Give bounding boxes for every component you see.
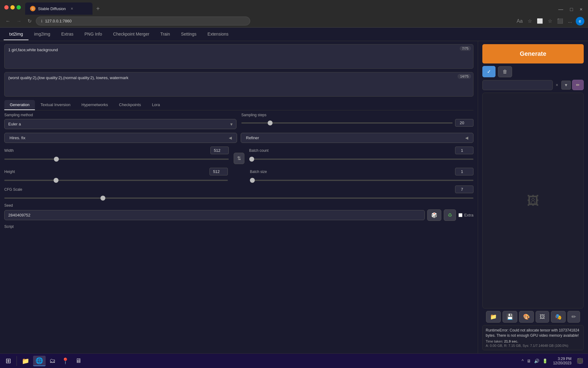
tab-png-info[interactable]: PNG Info [79, 29, 108, 40]
window-max-icon[interactable]: □ [567, 6, 576, 13]
bookmark-btn[interactable]: ☆ [526, 17, 533, 25]
swap-dimensions-btn[interactable]: ⇅ [234, 153, 244, 164]
batch-count-input[interactable] [455, 147, 473, 154]
negative-prompt-wrapper: 14/75 (worst quality:2),(low quality:2),… [4, 72, 473, 98]
positive-prompt-input[interactable]: 1 girl,face,white background [4, 44, 473, 69]
tab-checkpoint-merger[interactable]: Checkpoint Merger [107, 29, 155, 40]
taskbar-edge-btn[interactable]: 🌐 [33, 356, 46, 366]
start-button[interactable]: ⊞ [2, 356, 14, 366]
height-input[interactable] [209, 168, 228, 175]
back-btn[interactable]: ← [4, 17, 12, 25]
style-input[interactable] [482, 80, 553, 90]
forward-btn[interactable]: → [15, 17, 23, 25]
taskbar-explorer-btn[interactable]: 📁 [19, 356, 32, 366]
batch-size-slider[interactable] [250, 180, 473, 181]
edge-icon: e [576, 17, 584, 25]
error-area: RuntimeError: Could not allocate tensor … [482, 325, 584, 350]
window-controls [2, 5, 23, 10]
style-clear-btn[interactable]: × [554, 81, 560, 89]
tab-close-icon[interactable]: × [71, 6, 73, 11]
tray-network-icon[interactable]: 🖥 [527, 358, 531, 363]
tool-send-inpaint-btn[interactable]: 🎭 [551, 311, 566, 323]
tab-view-btn[interactable]: ⬜ [536, 17, 544, 25]
sampling-steps-slider[interactable] [241, 122, 453, 124]
tool-send-sketch-btn[interactable]: ✏ [567, 311, 580, 323]
seed-label: Seed [4, 203, 473, 208]
tool-save-btn[interactable]: 💾 [503, 311, 517, 323]
tray-chevron-icon[interactable]: ^ [522, 358, 524, 363]
window-min-icon[interactable]: — [555, 6, 566, 13]
collections-btn[interactable]: ⬛ [556, 17, 564, 25]
sampling-steps-input[interactable]: 20 [455, 119, 473, 127]
hires-fix-btn[interactable]: Hires. fix ◀ [4, 133, 237, 143]
taskbar-terminal-btn[interactable]: 🖥 [73, 356, 84, 366]
tab-train[interactable]: Train [155, 29, 175, 40]
minimize-btn[interactable] [10, 5, 15, 10]
interrupt-btn[interactable]: ✓ [482, 66, 496, 77]
taskbar-tray: ^ 🖥 🔊 🔋 3:29 PM 12/20/2023 ⬛ [522, 355, 586, 366]
clock-date: 12/20/2023 [553, 361, 571, 365]
dimensions-row: Width ⇅ Batch count [4, 147, 473, 164]
height-slider[interactable] [4, 180, 228, 181]
generate-button[interactable]: Generate [482, 44, 584, 63]
tray-volume-icon[interactable]: 🔊 [534, 358, 539, 363]
tab-extras[interactable]: Extras [56, 29, 79, 40]
extra-label-text: Extra [464, 213, 473, 217]
style-dropdown-btn[interactable]: ▼ [561, 81, 571, 90]
close-btn[interactable] [4, 5, 9, 10]
error-timing: Time taken: 21.9 sec. [486, 339, 580, 343]
batch-count-label: Batch count [249, 148, 269, 153]
negative-prompt-input[interactable]: (worst quality:2),(low quality:2),(norma… [4, 72, 473, 97]
sub-tab-hypernetworks[interactable]: Hypernetworks [76, 100, 114, 110]
sampling-method-label: Sampling method [4, 113, 236, 117]
left-panel: 7/75 1 girl,face,white background 14/75 … [0, 41, 478, 353]
seed-input[interactable]: 2840409752 [4, 210, 425, 220]
sub-tab-textual-inversion[interactable]: Textual Inversion [35, 100, 76, 110]
tray-notification-icon[interactable]: ⬛ [577, 358, 583, 364]
tool-open-folder-btn[interactable]: 📁 [486, 311, 501, 323]
batch-size-input[interactable] [455, 168, 473, 175]
error-stats: A: 0.00 GB, R: 7.15 GB, Sys: 7.1/7.14648… [486, 344, 580, 347]
active-tab[interactable]: 🎨 Stable Diffusion × [25, 2, 92, 15]
seed-group: Seed 2840409752 🎲 ♻ Extra [4, 203, 473, 221]
width-group: Width [4, 147, 229, 161]
batch-count-slider[interactable] [249, 159, 474, 160]
extra-checkbox-label[interactable]: Extra [458, 213, 473, 217]
new-tab-btn[interactable]: + [93, 4, 103, 13]
style-edit-btn[interactable]: ✏ [572, 80, 584, 90]
tab-img2img[interactable]: img2img [28, 29, 56, 40]
favorites-btn[interactable]: ☆ [547, 17, 553, 25]
tab-settings[interactable]: Settings [175, 29, 202, 40]
sub-tab-checkpoints[interactable]: Checkpoints [114, 100, 147, 110]
tool-send-extras-btn[interactable]: 🖼 [536, 311, 549, 323]
width-slider[interactable] [4, 159, 229, 160]
tool-send-img2img-btn[interactable]: 🎨 [519, 311, 534, 323]
tab-extensions[interactable]: Extensions [202, 29, 234, 40]
maximize-btn[interactable] [17, 5, 21, 10]
seed-recycle-btn[interactable]: ♻ [444, 209, 456, 221]
cfg-scale-slider[interactable] [4, 197, 473, 199]
clear-btn[interactable]: 🗑 [498, 66, 512, 77]
tab-title: Stable Diffusion [38, 6, 66, 11]
taskbar-maps-btn[interactable]: 📍 [59, 356, 72, 366]
sub-tab-lora[interactable]: Lora [146, 100, 165, 110]
seed-random-btn[interactable]: 🎲 [427, 209, 441, 221]
sampling-steps-label: Sampling steps [241, 113, 473, 117]
extra-checkbox[interactable] [458, 213, 462, 217]
refiner-btn[interactable]: Refiner ◀ [241, 133, 473, 143]
width-input[interactable] [210, 147, 229, 154]
window-close-icon[interactable]: × [577, 6, 586, 13]
refresh-btn[interactable]: ↻ [26, 17, 33, 25]
address-input-wrapper[interactable]: ℹ 127.0.0.1:7860 [36, 17, 250, 25]
more-btn[interactable]: ... [567, 17, 573, 25]
reader-mode-btn[interactable]: Aa [515, 17, 524, 25]
sub-tab-generation[interactable]: Generation [4, 100, 35, 110]
tab-txt2img[interactable]: txt2img [4, 29, 28, 40]
sampling-method-select[interactable]: Euler a Euler LMS DPM++ 2M [4, 119, 236, 129]
batch-count-group: Batch count [249, 147, 474, 161]
tray-battery-icon[interactable]: 🔋 [542, 358, 548, 363]
taskbar-store-btn[interactable]: 🗂 [47, 356, 58, 366]
cfg-scale-input[interactable] [455, 186, 473, 193]
controls-left: Sampling method Euler a Euler LMS DPM++ … [4, 113, 473, 231]
time-label: Time taken: [486, 339, 503, 343]
